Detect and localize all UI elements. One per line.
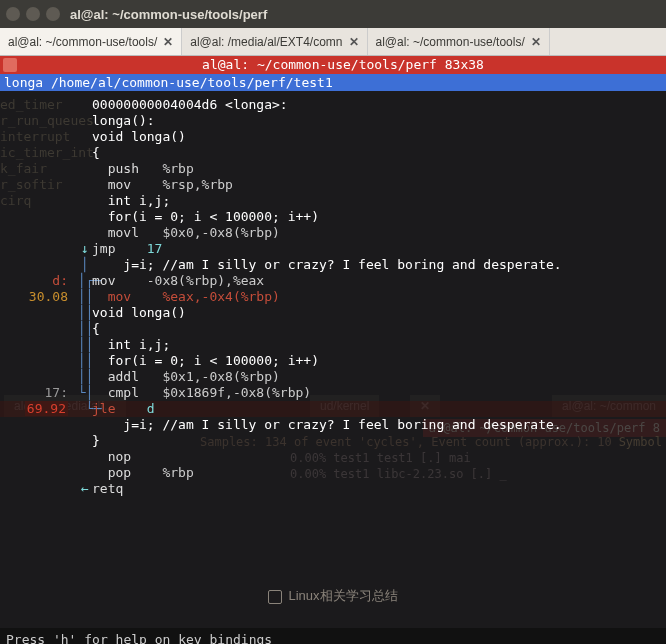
label-17: 17: [45,385,68,400]
code-line: ││ int i,j; [0,337,666,353]
tmux-status-text: al@al: ~/common-use/tools/perf 83x38 [20,57,666,73]
dim-token: r_run_queues [0,113,94,129]
code-line: 17:└│ cmpl $0x1869f,-0x8(%rbp) [0,385,666,401]
window-title: al@al: ~/common-use/tools/perf [70,7,267,22]
code-line: nop [0,449,666,465]
code-line: void longa() [0,129,666,145]
perf-help-hint: Press 'h' for help on key bindings [0,628,666,644]
code-line: 69.92 └─jle d [0,401,666,417]
checkbox-label: Linux相关学习总结 [288,588,397,603]
maximize-window-icon[interactable] [46,7,60,21]
close-icon[interactable]: ✕ [349,35,359,49]
terminal-tab-2[interactable]: al@al: /media/al/EXT4/comn ✕ [182,28,367,55]
code-line: } [0,433,666,449]
code-line: 30.08││ mov %eax,-0x4(%rbp) [0,289,666,305]
close-icon[interactable]: ✕ [531,35,541,49]
percent-hottest: 69.92 [25,401,68,416]
code-line: for(i = 0; i < 100000; i++) [0,209,666,225]
terminal-tab-3[interactable]: al@al: ~/common-use/tools/ ✕ [368,28,550,55]
checkbox-icon [268,590,282,604]
tab-label: al@al: /media/al/EXT4/comn [190,35,342,49]
help-hint-text: Press 'h' for help on key bindings [6,632,272,644]
tmux-status-red: al@al: ~/common-use/tools/perf 83x38 [0,56,666,74]
code-line: │ j=i; //am I silly or crazy? I feel bor… [0,257,666,273]
code-line: int i,j; [0,193,666,209]
dim-token: r_softir [0,177,94,193]
dim-token: interrupt [0,129,94,145]
tab-label: al@al: ~/common-use/tools/ [8,35,157,49]
code-line: pop %rbp [0,465,666,481]
ghost-checkbox-row: Linux相关学习总结 [0,587,666,605]
code-line: push %rbp [0,161,666,177]
perf-annotate-view[interactable]: ed_timer r_run_queues interrupt ic_timer… [0,91,666,503]
perf-function-name: longa [4,75,43,90]
code-line: mov %rsp,%rbp [0,177,666,193]
code-line: ││ addl $0x1,-0x8(%rbp) [0,369,666,385]
terminal-tab-1[interactable]: al@al: ~/common-use/tools/ ✕ [0,28,182,55]
window-controls [6,7,60,21]
code-line: longa(): [0,113,666,129]
close-icon[interactable]: ✕ [163,35,173,49]
code-line: j=i; //am I silly or crazy? I feel borin… [0,417,666,433]
percent-hot: 30.08 [29,289,68,304]
terminal-body[interactable]: al@al: /media/al/… ud/kernel ✕ al@al: ~/… [0,91,666,644]
code-line: d:│┌─mov -0x8(%rbp),%eax [0,273,666,289]
return-icon: ← [81,481,89,496]
tab-label: al@al: ~/common-use/tools/ [376,35,525,49]
close-window-icon[interactable] [6,7,20,21]
code-line: movl $0x0,-0x8(%rbp) [0,225,666,241]
tab-bar: al@al: ~/common-use/tools/ ✕ al@al: /med… [0,28,666,56]
dim-token: cirq [0,193,94,209]
code-line: ←retq [0,481,666,497]
code-line: 00000000004004d6 <longa>: [0,97,666,113]
perf-binary-path: /home/al/common-use/tools/perf/test1 [51,75,333,90]
dim-token: ed_timer [0,97,94,113]
window-titlebar: al@al: ~/common-use/tools/perf [0,0,666,28]
dim-token: k_fair [0,161,94,177]
perf-header: longa /home/al/common-use/tools/perf/tes… [0,74,666,91]
dim-sidebar: ed_timer r_run_queues interrupt ic_timer… [0,97,94,209]
code-line: ↓jmp 17 [0,241,666,257]
code-line: { [0,145,666,161]
tmux-indicator-icon [3,58,17,72]
minimize-window-icon[interactable] [26,7,40,21]
code-line: ││ for(i = 0; i < 100000; i++) [0,353,666,369]
code-line: ││{ [0,321,666,337]
dim-token: ic_timer_int [0,145,94,161]
jump-down-icon: ↓ [81,241,89,256]
label-d: d: [52,273,68,288]
code-line: ││void longa() [0,305,666,321]
